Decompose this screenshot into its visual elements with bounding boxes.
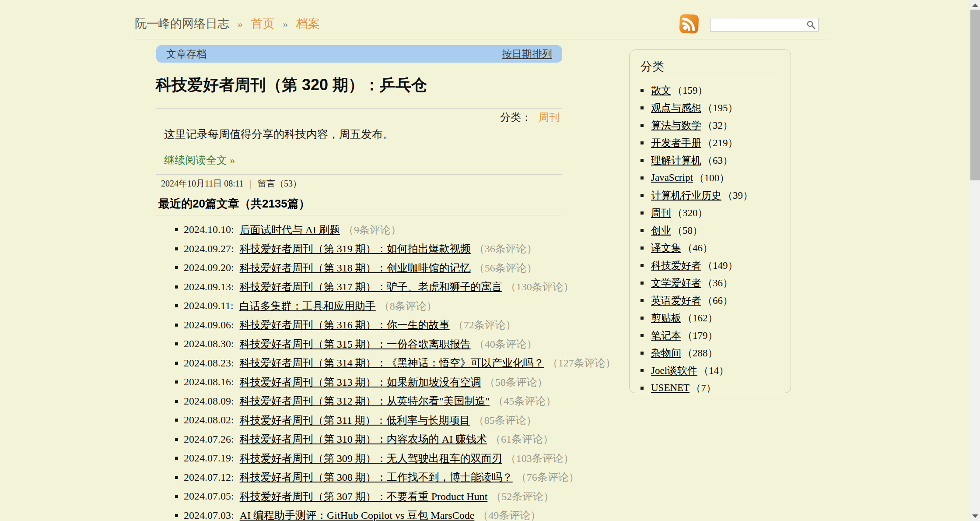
category-item: 笔记本 （179） [640,327,780,344]
category-count: （66） [703,294,733,307]
item-date: 2024.09.13: [184,281,234,293]
search-input[interactable] [713,19,804,31]
category-link[interactable]: 理解计算机 [651,154,701,167]
article-link[interactable]: 科技爱好者周刊（第 308 期）：工作找不到，博士能读吗？ [240,470,513,484]
category-link[interactable]: 译文集 [651,241,681,255]
category-link[interactable]: 剪贴板 [651,311,681,325]
category-item: 科技爱好者 （149） [640,257,780,274]
category-link[interactable]: 计算机行业历史 [651,189,721,202]
item-comment-count: （9条评论） [343,223,401,237]
article-link[interactable]: 科技爱好者周刊（第 309 期）：无人驾驶出租车的双面刃 [240,451,502,465]
category-link[interactable]: 杂物间 [651,346,681,360]
category-count: （219） [703,136,738,150]
category-count: （46） [682,241,713,255]
article-link[interactable]: 科技爱好者周刊（第 311 期）：低利率与长期项目 [240,413,470,427]
post-divider [156,174,562,175]
category-count: （39） [723,189,753,202]
list-item: 2024.07.26: 科技爱好者周刊（第 310 期）：内容农场的 AI 赚钱… [175,430,616,449]
comments-link[interactable]: 留言（53） [258,179,301,188]
item-date: 2024.08.23: [184,357,234,369]
scrollbar[interactable] [970,0,980,521]
article-link[interactable]: 后面试时代与 AI 刷题 [240,223,340,237]
category-item: 观点与感想 （195） [640,99,780,116]
category-count: （179） [682,329,718,342]
category-link[interactable]: 笔记本 [651,329,681,342]
article-link[interactable]: AI 编程助手测评：GitHub Copilot vs 豆包 MarsCode [240,508,475,521]
category-link[interactable]: 文学爱好者 [651,276,701,290]
category-link[interactable]: 周刊 [651,206,671,220]
rss-icon[interactable] [679,14,700,34]
post-date-line: 2024年10月11日 08:11 | 留言（53） [161,178,301,190]
breadcrumb-home-link[interactable]: 首页 [251,17,275,30]
article-link[interactable]: 科技爱好者周刊（第 310 期）：内容农场的 AI 赚钱术 [240,432,487,446]
article-link[interactable]: 科技爱好者周刊（第 315 期）：一份谷歌离职报告 [240,337,471,351]
category-count: （58） [672,224,703,237]
category-link[interactable]: 散文 [651,84,671,97]
recent-divider [156,215,562,215]
article-link[interactable]: 白话多集群：工具和应用助手 [239,299,376,313]
item-date: 2024.07.26: [184,433,234,445]
category-link[interactable]: JavaScript [651,172,693,183]
category-weekly-link[interactable]: 周刊 [539,112,560,123]
category-list: 散文 （159） 观点与感想 （195） 算法与数学 （32） 开发者手册 （2… [640,81,780,397]
item-comment-count: （8条评论） [379,299,437,313]
category-link[interactable]: Joel谈软件 [651,364,697,377]
archive-header-bar: 文章存档 按日期排列 [156,45,562,63]
item-comment-count: （130条评论） [506,280,574,294]
list-item: 2024.09.27: 科技爱好者周刊（第 319 期）：如何拍出爆款视频 （3… [175,239,616,259]
search-box [710,18,819,32]
category-link[interactable]: USENET [651,382,690,394]
category-link[interactable]: 开发者手册 [651,136,701,150]
breadcrumb-separator: » [283,18,288,30]
list-item: 2024.08.23: 科技爱好者周刊（第 314 期）：《黑神话：悟空》可以产… [175,354,616,373]
category-item: 周刊 （320） [640,204,780,222]
category-link[interactable]: 算法与数学 [651,119,701,132]
article-link[interactable]: 科技爱好者周刊（第 319 期）：如何拍出爆款视频 [240,242,471,256]
article-link[interactable]: 科技爱好者周刊（第 312 期）：从英特尔看"美国制造" [240,394,490,408]
page-title: 科技爱好者周刊（第 320 期）：乒乓仓 [156,74,563,96]
category-count: （63） [703,154,733,167]
category-item: 开发者手册 （219） [640,134,780,151]
scrollbar-thumb[interactable] [970,10,980,180]
item-date: 2024.08.30: [184,338,234,350]
item-comment-count: （76条评论） [516,470,579,484]
category-count: （7） [691,381,716,395]
item-comment-count: （85条评论） [474,413,537,427]
list-item: 2024.08.02: 科技爱好者周刊（第 311 期）：低利率与长期项目 （8… [175,411,616,430]
recent-articles-list: 2024.10.10: 后面试时代与 AI 刷题 （9条评论） 2024.09.… [175,220,616,521]
item-comment-count: （103条评论） [506,451,574,465]
item-comment-count: （72条评论） [453,318,516,332]
breadcrumb-archive-link[interactable]: 档案 [296,17,320,30]
post-category-line: 分类： 周刊 [156,110,560,124]
item-date: 2024.07.03: [184,510,234,521]
item-comment-count: （40条评论） [474,337,537,351]
article-link[interactable]: 科技爱好者周刊（第 316 期）：你一生的故事 [240,318,450,332]
article-link[interactable]: 科技爱好者周刊（第 307 期）：不要看重 Product Hunt [240,489,488,503]
scroll-down-arrow-icon[interactable] [972,514,978,518]
item-date: 2024.08.02: [184,414,234,426]
item-date: 2024.08.09: [184,395,234,407]
list-item: 2024.10.10: 后面试时代与 AI 刷题 （9条评论） [175,220,616,239]
article-link[interactable]: 科技爱好者周刊（第 318 期）：创业咖啡馆的记忆 [240,261,471,275]
category-link[interactable]: 英语爱好者 [651,294,701,307]
article-link[interactable]: 科技爱好者周刊（第 313 期）：如果新加坡没有空调 [240,375,481,389]
category-item: 文学爱好者 （36） [640,274,780,292]
item-comment-count: （49条评论） [478,508,541,521]
sort-by-date-link[interactable]: 按日期排列 [502,47,552,61]
list-item: 2024.09.11: 白话多集群：工具和应用助手 （8条评论） [175,296,616,316]
item-date: 2024.09.27: [184,243,234,255]
article-link[interactable]: 科技爱好者周刊（第 314 期）：《黑神话：悟空》可以产业化吗？ [240,356,544,370]
category-link[interactable]: 观点与感想 [651,101,701,115]
item-date: 2024.08.16: [184,376,234,388]
search-icon[interactable] [806,20,816,30]
category-count: （36） [703,276,733,290]
scroll-up-arrow-icon[interactable] [972,4,978,7]
list-item: 2024.07.19: 科技爱好者周刊（第 309 期）：无人驾驶出租车的双面刃… [175,449,616,468]
category-link[interactable]: 创业 [651,224,671,237]
item-comment-count: （61条评论） [490,432,553,446]
article-link[interactable]: 科技爱好者周刊（第 317 期）：驴子、老虎和狮子的寓言 [240,280,502,294]
read-more-link[interactable]: 继续阅读全文 » [164,153,235,167]
category-link[interactable]: 科技爱好者 [651,259,701,272]
list-item: 2024.08.09: 科技爱好者周刊（第 312 期）：从英特尔看"美国制造"… [175,392,616,411]
item-comment-count: （127条评论） [548,356,616,370]
